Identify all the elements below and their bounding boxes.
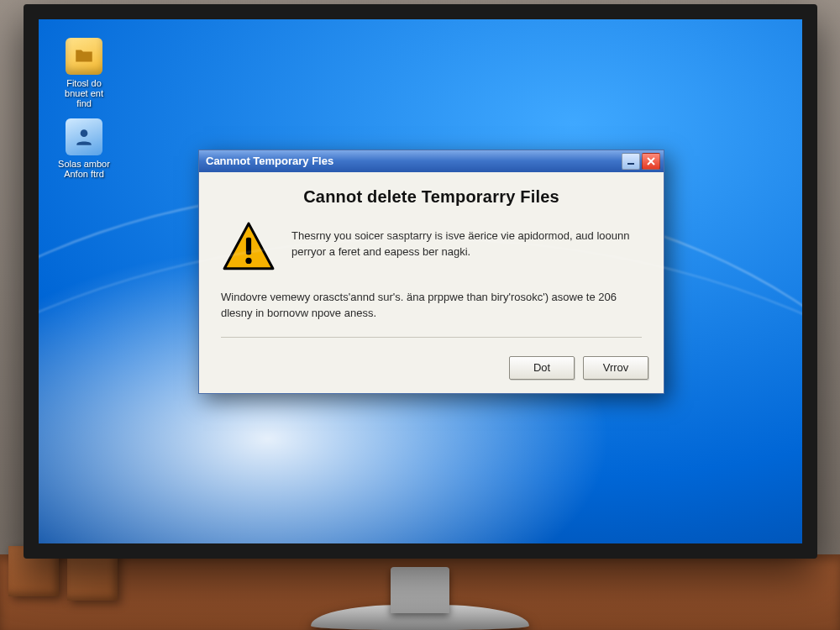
desktop-screen[interactable]: Fitosl do bnuet ent find Solas ambor Anf… <box>39 19 802 543</box>
warning-icon <box>221 220 276 278</box>
svg-rect-1 <box>627 163 634 165</box>
close-button[interactable] <box>642 153 660 170</box>
monitor-frame: Fitosl do bnuet ent find Solas ambor Anf… <box>24 4 817 559</box>
dialog-titlebar[interactable]: Cannnot Temporary Fles <box>199 150 664 172</box>
svg-rect-5 <box>246 238 251 255</box>
dialog-title-text: Cannnot Temporary Fles <box>206 155 620 167</box>
dialog-button-row: Dot Vrrov <box>199 356 664 393</box>
desktop-icon-label: Fitosl do bnuet ent find <box>54 78 114 108</box>
scene-root: IDEALABSLK Fitosl do bnuet ent find Sola… <box>0 0 840 630</box>
dialog-primary-button[interactable]: Dot <box>509 356 575 380</box>
dialog-heading: Cannot delete Temporarry Files <box>221 187 642 207</box>
dialog-message-2: Windovre vemewy orascts'annd sur's. äna … <box>221 290 642 322</box>
desktop-icon-label: Solas ambor Anfon ftrd <box>54 159 114 179</box>
user-icon <box>66 118 102 155</box>
dialog-secondary-button[interactable]: Vrrov <box>583 356 648 380</box>
monitor-stand-neck <box>391 567 449 613</box>
minimize-button[interactable] <box>622 153 640 170</box>
desktop-icon-2[interactable]: Solas ambor Anfon ftrd <box>54 118 114 179</box>
dialog-body: Cannot delete Temporarry Files Thesrny y… <box>199 172 664 356</box>
svg-point-0 <box>81 129 88 137</box>
dialog-message-1: Thesrny you soicer sasptarry is isve äer… <box>291 220 642 260</box>
desktop-icon-1[interactable]: Fitosl do bnuet ent find <box>54 38 114 108</box>
error-dialog: Cannnot Temporary Fles Cannot delete Tem… <box>198 150 664 394</box>
folder-icon <box>66 38 102 75</box>
dialog-separator <box>221 337 642 338</box>
svg-point-6 <box>245 258 251 264</box>
